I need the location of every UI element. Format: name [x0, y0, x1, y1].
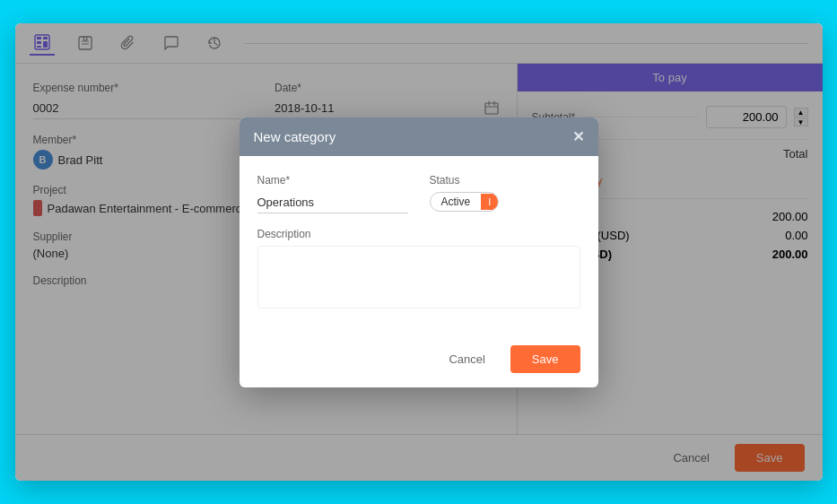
modal-body: Name* Status Active I Description	[240, 156, 598, 335]
status-toggle[interactable]: I	[481, 194, 498, 210]
modal-status-label: Status	[430, 174, 580, 187]
new-category-modal: New category ✕ Name* Status Active I	[240, 117, 598, 387]
modal-status-group: Status Active I	[430, 174, 580, 213]
modal-title: New category	[254, 129, 336, 144]
modal-overlay: New category ✕ Name* Status Active I	[15, 23, 823, 481]
modal-name-input[interactable]	[257, 192, 408, 213]
modal-cancel-button[interactable]: Cancel	[434, 345, 499, 373]
modal-header: New category ✕	[240, 117, 598, 156]
modal-description-group: Description	[257, 228, 580, 311]
modal-name-status-row: Name* Status Active I	[257, 174, 580, 213]
status-badge: Active I	[430, 192, 500, 212]
modal-close-button[interactable]: ✕	[572, 128, 584, 145]
status-text: Active	[431, 193, 482, 211]
modal-save-button[interactable]: Save	[510, 345, 580, 373]
modal-name-group: Name*	[257, 174, 408, 213]
modal-description-input[interactable]	[257, 246, 580, 308]
modal-name-label: Name*	[257, 174, 408, 187]
modal-description-label: Description	[257, 228, 580, 240]
modal-footer: Cancel Save	[240, 335, 598, 387]
app-window: Expense number* Date*	[15, 23, 823, 481]
